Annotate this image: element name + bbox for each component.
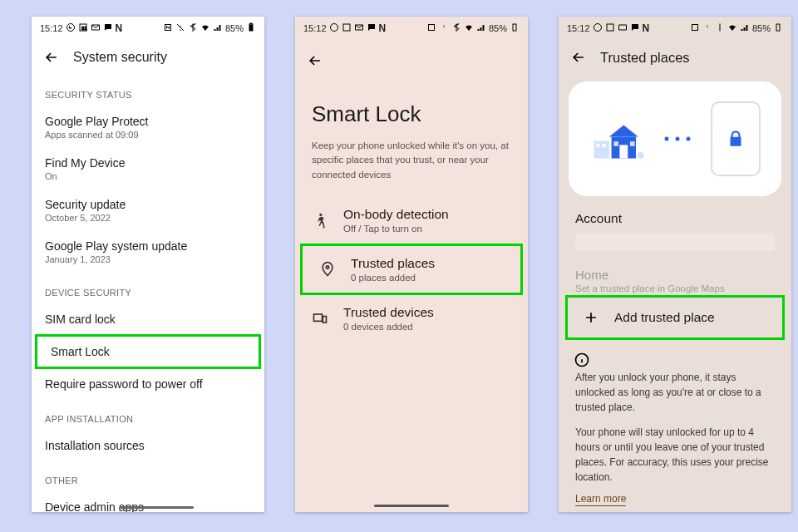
pin-icon: [319, 261, 336, 278]
page-description: Keep your phone unlocked while it's on y…: [295, 135, 528, 197]
header: System security: [32, 40, 264, 75]
row-on-body-detection[interactable]: On-body detectionOff / Tap to turn on: [295, 197, 528, 244]
gmail-icon: [91, 22, 101, 34]
screen-smart-lock: 15:12 N 85% Smart Lock: [295, 17, 528, 512]
wifi-icon: [727, 22, 737, 34]
svg-rect-20: [594, 140, 609, 158]
gmail-icon: [618, 22, 628, 34]
account-label: Account: [559, 203, 791, 229]
whatsapp-icon: [66, 22, 76, 34]
row-play-protect[interactable]: Google Play ProtectApps scanned at 09:09: [32, 106, 264, 148]
battery-text: 85%: [489, 23, 507, 33]
signal-icon: [213, 22, 223, 34]
nav-bar-handle[interactable]: [374, 505, 449, 507]
svg-rect-22: [602, 144, 605, 147]
nfc-icon: [163, 22, 173, 34]
back-icon[interactable]: [570, 49, 587, 66]
row-require-password[interactable]: Require password to power off: [32, 369, 264, 399]
info-text-2: Your phone will stay unlocked for up to …: [559, 423, 791, 485]
row-security-update[interactable]: Security updateOctober 5, 2022: [32, 190, 264, 231]
nfc-icon: [690, 22, 700, 34]
mute-icon: [175, 22, 185, 34]
status-time: 15:12: [303, 23, 327, 33]
svg-rect-7: [250, 26, 253, 31]
row-device-admin-apps[interactable]: Device admin apps: [32, 492, 264, 512]
svg-rect-10: [428, 25, 434, 31]
svg-rect-17: [607, 24, 613, 31]
row-home-place[interactable]: Home Set a trusted place in Google Maps: [559, 263, 791, 295]
status-time: 15:12: [40, 23, 63, 33]
svg-rect-21: [596, 144, 599, 147]
row-smart-lock[interactable]: Smart Lock: [35, 334, 261, 369]
svg-point-0: [66, 24, 74, 32]
section-device-security: DEVICE SECURITY: [32, 273, 264, 304]
status-bar: 15:12 N 85%: [559, 17, 791, 40]
svg-rect-14: [314, 314, 323, 321]
section-app-installation: APP INSTALLATION: [32, 399, 264, 431]
svg-rect-19: [776, 24, 780, 31]
dots-icon: [663, 132, 696, 145]
header: [295, 40, 528, 78]
svg-point-28: [637, 151, 643, 158]
whatsapp-icon: [593, 22, 603, 34]
row-find-my-device[interactable]: Find My DeviceOn: [32, 148, 264, 190]
signal-icon: [740, 22, 750, 34]
walk-icon: [312, 212, 328, 229]
info-icon: [574, 352, 590, 368]
svg-point-16: [594, 24, 601, 32]
battery-icon: [773, 22, 783, 34]
row-trusted-places[interactable]: Trusted places0 places added: [300, 244, 523, 295]
status-bar: 15:12 N 85%: [295, 17, 528, 40]
info-block: [559, 340, 791, 368]
battery-text: 85%: [225, 23, 244, 33]
n-icon: N: [379, 22, 387, 34]
page-title: Trusted places: [600, 50, 690, 66]
status-time: 15:12: [567, 23, 590, 33]
wifi-icon: [200, 22, 210, 34]
nav-bar-handle[interactable]: [119, 506, 194, 509]
battery-icon: [246, 22, 256, 34]
phone-lock-icon: [711, 101, 761, 176]
row-play-system-update[interactable]: Google Play system updateJanuary 1, 2023: [32, 231, 264, 273]
status-bar: 15:12 31 N 85%: [32, 17, 264, 40]
svg-rect-18: [692, 25, 697, 31]
signal-icon: [476, 22, 486, 34]
svg-point-29: [665, 137, 669, 141]
svg-rect-25: [619, 145, 628, 158]
back-icon[interactable]: [43, 49, 60, 66]
whatsapp-icon: [329, 22, 339, 34]
row-trusted-devices[interactable]: Trusted devices0 devices added: [295, 295, 528, 342]
svg-rect-11: [513, 24, 516, 31]
bluetooth-icon: [188, 22, 198, 34]
svg-rect-15: [323, 316, 326, 323]
nfc-icon: [426, 22, 436, 34]
box-icon: 31: [78, 22, 88, 34]
bluetooth-icon: [715, 22, 725, 34]
back-icon[interactable]: [307, 52, 323, 69]
section-other: OTHER: [32, 461, 264, 492]
illustration-card: [569, 81, 781, 196]
svg-marker-24: [609, 125, 638, 136]
bluetooth-icon: [451, 22, 461, 34]
box-icon: [342, 22, 352, 34]
mute-icon: [439, 22, 449, 34]
svg-point-12: [319, 213, 322, 215]
svg-point-13: [326, 266, 328, 268]
svg-point-31: [687, 137, 691, 141]
devices-icon: [312, 310, 328, 327]
svg-rect-9: [343, 24, 350, 31]
message-icon: [103, 22, 113, 34]
title-block: Smart Lock: [295, 78, 528, 135]
svg-rect-26: [613, 141, 618, 146]
row-add-trusted-place[interactable]: Add trusted place: [565, 295, 785, 340]
learn-more-link[interactable]: Learn more: [575, 493, 626, 506]
battery-text: 85%: [752, 23, 771, 33]
plus-icon: [583, 309, 599, 326]
screen-trusted-places: 15:12 N 85% Trusted places: [559, 17, 791, 512]
n-icon: N: [116, 22, 123, 34]
gmail-icon: [354, 22, 364, 34]
row-sim-card-lock[interactable]: SIM card lock: [32, 304, 264, 334]
row-installation-sources[interactable]: Installation sources: [32, 431, 264, 461]
wifi-icon: [464, 22, 474, 34]
account-value[interactable]: [575, 233, 775, 251]
